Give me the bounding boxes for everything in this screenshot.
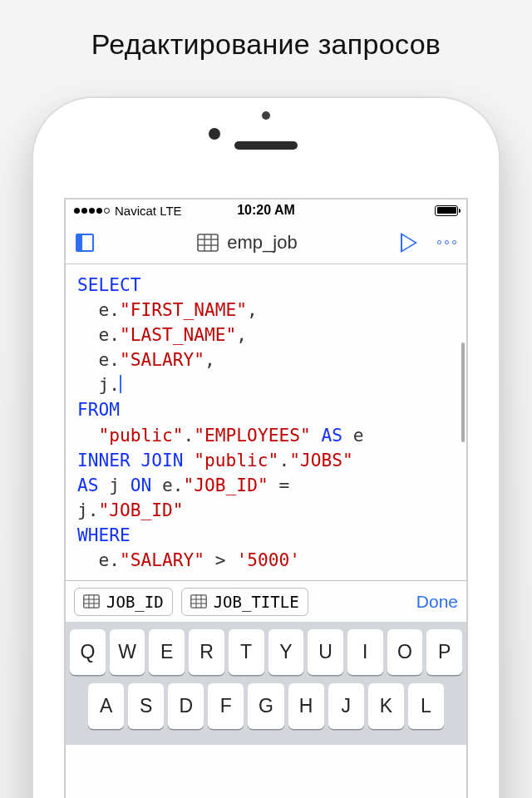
suggestion-label: JOB_TITLE bbox=[214, 593, 299, 611]
panel-icon bbox=[76, 234, 94, 252]
key-w[interactable]: W bbox=[110, 629, 145, 675]
key-q[interactable]: Q bbox=[70, 629, 106, 675]
key-i[interactable]: I bbox=[347, 629, 383, 675]
key-s[interactable]: S bbox=[128, 683, 164, 729]
device-screen: Navicat LTE 10:20 AM emp_job SELECT e."F… bbox=[64, 198, 468, 798]
keyboard-row-2: ASDFGHJKL bbox=[70, 683, 462, 729]
battery-icon bbox=[435, 205, 458, 216]
editor-scrollbar[interactable] bbox=[461, 342, 465, 442]
status-clock: 10:20 AM bbox=[237, 203, 295, 218]
key-a[interactable]: A bbox=[88, 683, 124, 729]
keyboard: QWERTYUIOP ASDFGHJKL bbox=[66, 622, 466, 745]
key-f[interactable]: F bbox=[208, 683, 244, 729]
keyboard-done-button[interactable]: Done bbox=[416, 592, 458, 612]
table-icon bbox=[197, 234, 219, 252]
more-button[interactable] bbox=[437, 240, 456, 244]
front-camera bbox=[209, 128, 220, 140]
play-icon bbox=[401, 233, 417, 253]
svg-rect-5 bbox=[84, 595, 99, 608]
proximity-sensor bbox=[262, 111, 270, 120]
column-icon bbox=[83, 594, 100, 608]
autocomplete-bar: JOB_ID JOB_TITLE Done bbox=[66, 580, 466, 622]
carrier-label: Navicat LTE bbox=[115, 204, 182, 218]
keyboard-row-1: QWERTYUIOP bbox=[70, 629, 462, 675]
device-frame: Navicat LTE 10:20 AM emp_job SELECT e."F… bbox=[33, 98, 499, 798]
status-bar: Navicat LTE 10:20 AM bbox=[66, 200, 466, 221]
key-j[interactable]: J bbox=[328, 683, 364, 729]
query-name: emp_job bbox=[227, 232, 297, 254]
key-g[interactable]: G bbox=[248, 683, 283, 729]
sql-editor[interactable]: SELECT e."FIRST_NAME", e."LAST_NAME", e.… bbox=[66, 264, 466, 580]
svg-rect-0 bbox=[198, 234, 218, 251]
more-icon bbox=[437, 240, 456, 244]
panel-toggle-button[interactable] bbox=[76, 234, 94, 252]
key-e[interactable]: E bbox=[149, 629, 185, 675]
suggestion-label: JOB_ID bbox=[106, 593, 164, 611]
key-o[interactable]: O bbox=[387, 629, 423, 675]
key-p[interactable]: P bbox=[426, 629, 462, 675]
toolbar-title: emp_job bbox=[102, 232, 392, 254]
key-t[interactable]: T bbox=[229, 629, 264, 675]
run-button[interactable] bbox=[401, 233, 417, 253]
signal-dots bbox=[74, 208, 110, 214]
column-icon bbox=[190, 594, 207, 608]
key-u[interactable]: U bbox=[308, 629, 343, 675]
suggestion-job-title[interactable]: JOB_TITLE bbox=[181, 588, 308, 616]
suggestion-job-id[interactable]: JOB_ID bbox=[74, 588, 173, 616]
key-h[interactable]: H bbox=[288, 683, 324, 729]
key-k[interactable]: K bbox=[368, 683, 404, 729]
key-y[interactable]: Y bbox=[268, 629, 304, 675]
earpiece-speaker bbox=[234, 141, 298, 150]
page-caption: Редактирование запросов bbox=[0, 0, 532, 81]
app-toolbar: emp_job bbox=[66, 221, 466, 264]
text-cursor bbox=[120, 375, 121, 393]
key-l[interactable]: L bbox=[408, 683, 444, 729]
key-d[interactable]: D bbox=[168, 683, 204, 729]
key-r[interactable]: R bbox=[189, 629, 224, 675]
svg-rect-10 bbox=[190, 595, 205, 608]
